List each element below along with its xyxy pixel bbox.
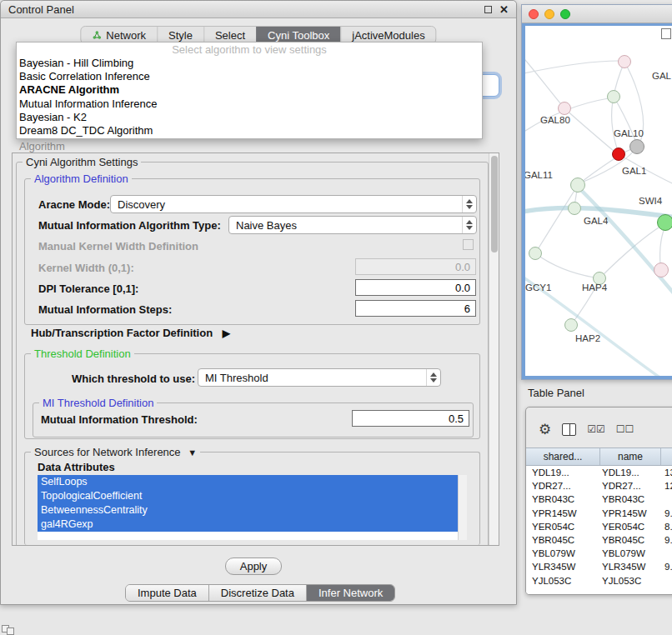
node-label: GAL1: [622, 166, 646, 176]
cell[interactable]: YLR345W: [600, 562, 661, 572]
network-node[interactable]: [570, 178, 585, 192]
menu-item-mutual-information[interactable]: Mutual Information Inference: [17, 98, 482, 111]
network-node[interactable]: [618, 55, 631, 68]
network-canvas[interactable]: GAL GAL80 GAL10 GAL11 GAL1 SWI4 GAL4 GCY…: [522, 23, 672, 379]
list-item-betweennesscentrality[interactable]: BetweennessCentrality: [38, 503, 458, 518]
network-node[interactable]: [607, 90, 620, 103]
menu-item-bayesian-hill-climbing[interactable]: Bayesian - Hill Climbing: [17, 57, 482, 70]
mi-steps-field[interactable]: 6: [355, 300, 476, 317]
combo-arrows-icon: [462, 196, 476, 212]
close-traffic-light-icon[interactable]: [529, 9, 539, 19]
dropdown-placeholder: Select algorithm to view settings: [17, 43, 482, 57]
tab-discretize-data[interactable]: Discretize Data: [208, 585, 306, 601]
cell[interactable]: YBR045C: [526, 535, 600, 545]
panel-corner-icon[interactable]: [2, 625, 17, 635]
network-node[interactable]: [529, 247, 542, 260]
mi-threshold-field[interactable]: 0.5: [352, 410, 469, 427]
cell[interactable]: YER054C: [526, 522, 600, 532]
menu-item-bayesian-k2[interactable]: Bayesian - K2: [17, 111, 482, 124]
minimize-traffic-light-icon[interactable]: [544, 9, 554, 19]
network-node-gal4[interactable]: [568, 202, 581, 215]
network-node-hap2[interactable]: [564, 318, 578, 332]
menu-item-basic-correlation[interactable]: Basic Correlation Inference: [17, 70, 482, 83]
tab-label: Select: [215, 29, 245, 42]
cell[interactable]: YJL053C: [600, 576, 661, 586]
column-header-name[interactable]: name: [600, 448, 661, 465]
cell[interactable]: 9.: [661, 508, 672, 518]
mi-algorithm-type-select[interactable]: Naive Bayes: [228, 216, 477, 234]
cell[interactable]: YBR045C: [600, 535, 661, 545]
network-node-gal10[interactable]: [629, 139, 644, 154]
cell[interactable]: 9.: [661, 535, 672, 545]
tab-impute-data[interactable]: Impute Data: [126, 585, 208, 601]
cell[interactable]: 13: [661, 468, 672, 478]
list-item-selfloops[interactable]: SelfLoops: [38, 475, 458, 489]
menu-item-dream8[interactable]: Dream8 DC_TDC Algorithm: [17, 124, 482, 138]
cyni-settings-pane: Cyni Algorithm Settings Algorithm Defini…: [12, 152, 499, 546]
cell[interactable]: 9.: [661, 562, 672, 572]
chevron-down-icon[interactable]: ▼: [188, 448, 197, 458]
algorithm-combobox-label: Algorithm: [19, 140, 65, 152]
scrollbar-thumb[interactable]: [491, 156, 498, 252]
network-node[interactable]: [558, 102, 571, 115]
cell[interactable]: YJL053C: [526, 576, 600, 586]
cell[interactable]: YBL079W: [600, 548, 661, 558]
tab-label: Network: [106, 29, 146, 42]
chevron-right-icon[interactable]: ▶: [223, 328, 230, 339]
hub-definition-section[interactable]: Hub/Transcription Factor Definition ▶: [31, 327, 230, 339]
data-attributes-label: Data Attributes: [38, 461, 115, 473]
list-item-gal4rgexp[interactable]: gal4RGexp: [38, 518, 458, 532]
cell[interactable]: YER054C: [600, 522, 661, 532]
tab-select[interactable]: Select: [203, 27, 256, 43]
tab-style[interactable]: Style: [157, 27, 203, 43]
cell[interactable]: YPR145W: [600, 508, 661, 518]
tab-cyni-toolbox[interactable]: Cyni Toolbox: [256, 27, 340, 43]
gear-icon[interactable]: ⚙: [539, 422, 551, 437]
tab-label: Style: [168, 29, 193, 42]
network-window-titlebar: [522, 5, 672, 23]
cell[interactable]: YPR145W: [526, 508, 600, 518]
cell[interactable]: 12: [661, 481, 672, 491]
select-all-columns-icon[interactable]: ☑☑: [587, 423, 605, 435]
control-panel-window: Control Panel ✕ Network Style Select Cyn…: [0, 0, 517, 605]
list-scrollbar[interactable]: [458, 475, 467, 540]
apply-button[interactable]: Apply: [225, 558, 282, 575]
window-title: Control Panel: [8, 3, 74, 16]
cell[interactable]: YDL19...: [526, 468, 600, 478]
tab-network[interactable]: Network: [81, 27, 157, 43]
cell[interactable]: YBR043C: [526, 494, 600, 504]
tab-jactivemodules[interactable]: jActiveModules: [340, 27, 435, 43]
table-body: YDL19... YDL19... 13 YDR27... YDR27... 1…: [526, 466, 672, 594]
network-node-selected[interactable]: [612, 148, 625, 161]
deselect-all-columns-icon[interactable]: ☐☐: [616, 423, 634, 435]
network-node[interactable]: [657, 214, 672, 231]
network-node[interactable]: [654, 262, 669, 278]
column-header-clipped[interactable]: [661, 448, 672, 465]
menu-item-aracne[interactable]: ARACNE Algorithm: [17, 83, 482, 97]
cell[interactable]: YBR043C: [600, 494, 661, 504]
cell[interactable]: YLR345W: [526, 562, 600, 572]
dpi-tolerance-field[interactable]: 0.0: [355, 279, 476, 296]
sources-section-header[interactable]: Sources for Network Inference ▼: [31, 446, 200, 458]
cell[interactable]: YDL19...: [600, 468, 661, 478]
float-window-icon[interactable]: [484, 6, 492, 13]
tab-infer-network[interactable]: Infer Network: [306, 585, 394, 601]
node-label: GAL: [652, 71, 671, 81]
cell[interactable]: YDR27...: [526, 481, 600, 491]
aracne-mode-select[interactable]: Discovery: [110, 195, 477, 213]
threshold-select[interactable]: MI Threshold: [198, 368, 441, 387]
node-label: GAL10: [614, 128, 644, 138]
close-icon[interactable]: ✕: [499, 4, 509, 15]
settings-scrollbar[interactable]: [489, 153, 499, 545]
birdseye-view-toggle[interactable]: [661, 28, 671, 39]
column-header-shared-name[interactable]: shared...: [526, 448, 600, 465]
list-item-topologicalcoefficient[interactable]: TopologicalCoefficient: [38, 489, 458, 503]
cell[interactable]: YBL079W: [526, 548, 600, 558]
table-row: YBR045C YBR045C 9.: [526, 533, 672, 547]
node-label: HAP2: [575, 333, 600, 343]
node-label: GAL11: [524, 170, 553, 180]
columns-icon[interactable]: [562, 423, 576, 436]
zoom-traffic-light-icon[interactable]: [560, 9, 570, 19]
cell[interactable]: YDR27...: [600, 481, 661, 491]
cell[interactable]: 8.: [661, 522, 672, 532]
